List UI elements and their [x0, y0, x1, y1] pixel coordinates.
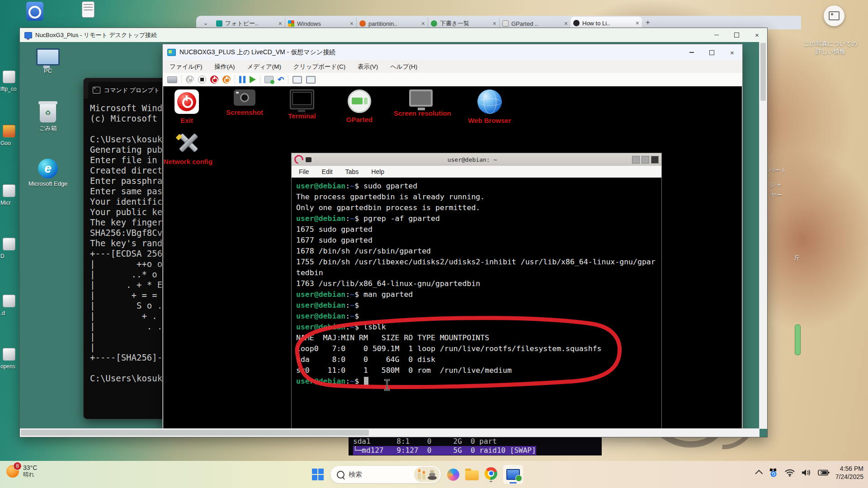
- gparted-desktop-icon-screen-resolution[interactable]: Screen resolution: [394, 89, 448, 117]
- prompt-path: ~: [350, 301, 354, 310]
- vm-menu-item[interactable]: クリップボード(C): [293, 63, 345, 71]
- shutdown-icon[interactable]: [222, 75, 231, 84]
- checkpoint-icon[interactable]: [264, 76, 274, 83]
- rdp-horizontal-scrollbar[interactable]: [20, 428, 760, 437]
- chrome-taskbar-item[interactable]: [485, 467, 497, 482]
- prompt-path: ~: [350, 214, 354, 223]
- terminal-icon: [306, 157, 311, 162]
- tab-close-icon[interactable]: ×: [421, 20, 425, 27]
- volume-icon[interactable]: [801, 469, 812, 477]
- desktop-icon-pc[interactable]: PC: [25, 48, 71, 74]
- enhanced-session-icon[interactable]: [292, 76, 302, 84]
- stop-icon[interactable]: [198, 75, 206, 84]
- prompt-sep: :: [345, 214, 350, 223]
- host-desktop-icon-label: Goo: [0, 140, 19, 146]
- tray-chevron-icon[interactable]: [755, 470, 763, 478]
- clock-date: 7/24/2025: [835, 473, 863, 481]
- vm-title-bar[interactable]: NUCBOXG3_PLUS 上の LiveCD_VM - 仮想マシン接続 ×: [163, 44, 742, 61]
- maximize-button[interactable]: [642, 156, 649, 164]
- clock-time: 4:56 PM: [835, 465, 863, 473]
- close-button[interactable]: ×: [722, 44, 742, 61]
- chrome-icon: [485, 467, 497, 480]
- tab-close-icon[interactable]: ×: [564, 20, 568, 27]
- host-desktop-icon-label: Micr: [0, 200, 19, 206]
- start-button[interactable]: [312, 469, 324, 481]
- close-button[interactable]: [651, 156, 659, 164]
- prompt-dollar: $: [354, 301, 363, 310]
- remote-desktop: PC ♻ ごみ箱 e Microsoft Edge コマンド プロンプト Mic…: [20, 42, 760, 429]
- gparted-desktop-icon-screenshot[interactable]: Screenshot: [217, 89, 272, 116]
- vm-menu-item[interactable]: 表示(V): [358, 63, 378, 71]
- taskbar-clock[interactable]: 4:56 PM 7/24/2025: [835, 465, 863, 481]
- gparted-desktop-icon-gparted[interactable]: GParted: [332, 89, 387, 123]
- tab-search-chevron-icon[interactable]: ⌄: [200, 17, 212, 28]
- prompt-command: sudo gparted: [363, 182, 417, 190]
- search-box[interactable]: 検索: [330, 465, 441, 483]
- desktop-icon-recycle-bin[interactable]: ♻ ごみ箱: [25, 103, 71, 132]
- minimize-button[interactable]: [706, 28, 726, 42]
- maximize-button[interactable]: [702, 44, 722, 61]
- search-highlight-image[interactable]: [414, 467, 439, 482]
- terminal-output[interactable]: user@debian:~$ sudo gpartedThe process g…: [292, 178, 661, 429]
- running-indicator: [490, 481, 492, 482]
- terminal-menu-item[interactable]: Help: [371, 168, 384, 175]
- vm-menu-item[interactable]: ファイル(F): [170, 63, 203, 71]
- wifi-icon[interactable]: [784, 469, 795, 477]
- gparted-desktop-icon-network-config[interactable]: Network config: [163, 130, 215, 165]
- scrollbar-thumb[interactable]: [760, 43, 766, 101]
- ctrl-alt-del-icon[interactable]: [167, 76, 177, 83]
- file-explorer-icon[interactable]: [465, 470, 479, 480]
- tab-close-icon[interactable]: ×: [493, 20, 496, 27]
- share-icon[interactable]: [306, 76, 316, 84]
- minimize-button[interactable]: [681, 44, 702, 61]
- shot-icon: [234, 89, 255, 106]
- vm-menu-item[interactable]: メディア(M): [247, 63, 282, 71]
- revert-icon[interactable]: ↶: [278, 76, 284, 84]
- start-icon[interactable]: [250, 76, 256, 83]
- gparted-desktop-icon-web-browser[interactable]: Web Browser: [462, 89, 517, 124]
- pause-icon[interactable]: [239, 76, 245, 83]
- host-desktop-icon[interactable]: [3, 125, 15, 137]
- prompt-dollar: $: [354, 312, 363, 320]
- spotlight-info-button[interactable]: [824, 5, 844, 26]
- gparted-desktop-icon-terminal[interactable]: Terminal: [275, 89, 329, 120]
- sync-app-icon[interactable]: [769, 468, 778, 477]
- tab-close-icon[interactable]: ×: [278, 20, 282, 27]
- scrollbar-thumb[interactable]: [21, 430, 369, 436]
- tab-close-icon[interactable]: ×: [636, 19, 639, 27]
- close-button[interactable]: ×: [747, 28, 767, 42]
- turn-off-icon[interactable]: [210, 75, 218, 84]
- minimize-button[interactable]: [632, 156, 640, 164]
- desktop-icon-edge[interactable]: e Microsoft Edge: [25, 159, 71, 187]
- weather-widget[interactable]: 8 33°C 晴れ: [6, 464, 37, 478]
- host-desktop-icon[interactable]: [3, 70, 15, 83]
- host-desktop-icon[interactable]: [3, 238, 15, 250]
- tab-close-icon[interactable]: ×: [350, 20, 354, 27]
- maximize-button[interactable]: [726, 28, 747, 42]
- rdp-title-bar[interactable]: NucBoxG3_Plus - リモート デスクトップ接続 ×: [20, 28, 767, 42]
- vm-menu-item[interactable]: ヘルプ(H): [390, 63, 417, 71]
- host-desktop-icon-label: opens: [0, 363, 19, 370]
- weather-temp: 33°C: [23, 464, 37, 471]
- host-desktop-icon[interactable]: [3, 295, 15, 307]
- host-notepad-icon[interactable]: [82, 1, 94, 18]
- terminal-menu-item[interactable]: Tabs: [345, 168, 359, 175]
- gparted-desktop-icon-exit[interactable]: Exit: [163, 89, 214, 124]
- battery-icon[interactable]: [818, 469, 830, 476]
- rdp-window: NucBoxG3_Plus - リモート デスクトップ接続 × PC ♻ ごみ箱…: [19, 28, 768, 437]
- new-tab-button[interactable]: +: [642, 17, 654, 28]
- terminal-menu-item[interactable]: File: [299, 168, 309, 175]
- rdp-vertical-scrollbar[interactable]: [759, 42, 767, 429]
- copilot-icon[interactable]: [447, 469, 459, 481]
- terminal-title-bar[interactable]: user@debian: ~: [292, 153, 661, 166]
- page-scrollbar-thumb[interactable]: [795, 324, 801, 355]
- host-desktop-icon[interactable]: [3, 184, 15, 197]
- rdp-taskbar-item-active[interactable]: [503, 465, 523, 484]
- power-icon[interactable]: [186, 75, 194, 84]
- host-app-box-icon[interactable]: [26, 2, 43, 21]
- prompt-path: ~: [350, 182, 354, 190]
- debian-terminal-window: user@debian: ~ FileEditTabsHelp user@deb…: [291, 153, 662, 429]
- host-desktop-icon[interactable]: [3, 348, 15, 361]
- vm-menu-item[interactable]: 操作(A): [215, 63, 235, 71]
- terminal-menu-item[interactable]: Edit: [322, 168, 333, 175]
